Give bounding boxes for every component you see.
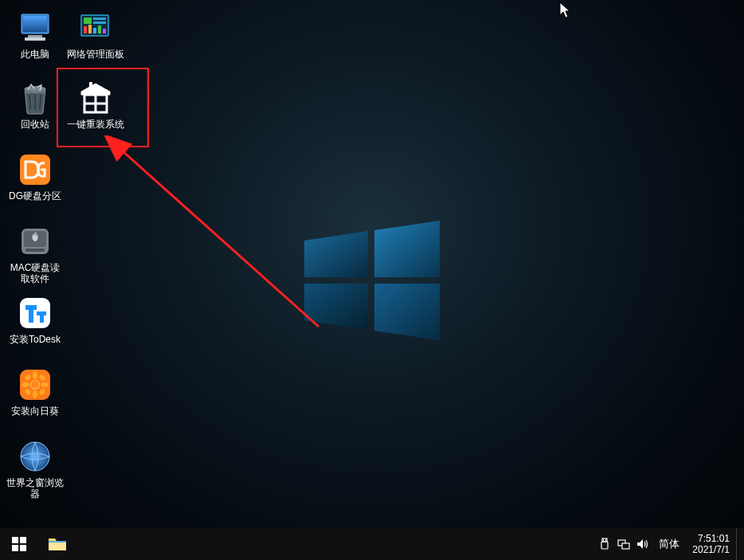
tray-clock[interactable]: 7:51:01 2021/7/1 bbox=[686, 528, 736, 560]
svg-point-34 bbox=[31, 381, 39, 389]
desktop-icon-install-sunflower[interactable]: 安装向日葵 bbox=[5, 365, 65, 418]
svg-rect-4 bbox=[25, 37, 45, 41]
mac-disk-icon bbox=[17, 223, 53, 260]
tray-volume-icon[interactable] bbox=[633, 528, 652, 560]
svg-rect-8 bbox=[93, 22, 106, 24]
svg-rect-12 bbox=[98, 25, 101, 33]
desktop-icon-dg-partition[interactable]: DG硬盘分区 bbox=[5, 150, 65, 203]
desktop-icon-label: 网络管理面板 bbox=[67, 49, 124, 60]
desktop-icon-label: 此电脑 bbox=[21, 49, 49, 60]
show-desktop-button[interactable] bbox=[736, 528, 741, 560]
svg-point-28 bbox=[22, 382, 29, 387]
desktop-icon-world-window-browser[interactable]: 世界之窗浏览器 bbox=[5, 437, 65, 501]
file-explorer-icon bbox=[48, 536, 67, 552]
desktop-icon-this-pc[interactable]: 此电脑 bbox=[5, 8, 65, 61]
sunflower-icon bbox=[17, 366, 53, 403]
svg-rect-47 bbox=[601, 542, 608, 549]
clock-time: 7:51:01 bbox=[692, 533, 730, 544]
desktop-icon-label: 安装向日葵 bbox=[11, 405, 59, 417]
clock-date: 2021/7/1 bbox=[692, 544, 730, 555]
svg-rect-45 bbox=[603, 539, 604, 541]
taskbar: 简体 7:51:01 2021/7/1 bbox=[0, 528, 744, 560]
svg-rect-22 bbox=[25, 249, 45, 252]
svg-rect-7 bbox=[93, 18, 106, 20]
taskbar-left bbox=[0, 528, 76, 560]
reinstall-system-icon bbox=[77, 80, 114, 116]
tray-network-icon[interactable] bbox=[614, 528, 633, 560]
svg-rect-11 bbox=[93, 28, 96, 33]
svg-rect-41 bbox=[12, 545, 18, 551]
svg-rect-10 bbox=[88, 25, 92, 33]
network-panel-icon bbox=[77, 10, 114, 46]
svg-point-27 bbox=[33, 390, 37, 398]
taskbar-file-explorer[interactable] bbox=[38, 528, 76, 560]
svg-rect-49 bbox=[622, 543, 629, 549]
desktop-icon-mac-disk-reader[interactable]: MAC硬盘读取软件 bbox=[5, 221, 65, 286]
ime-label-text: 简体 bbox=[659, 537, 679, 551]
desktop-icon-label: MAC硬盘读取软件 bbox=[6, 262, 64, 284]
svg-rect-9 bbox=[84, 26, 87, 33]
svg-rect-46 bbox=[605, 539, 606, 541]
desktop-icon-label: 回收站 bbox=[21, 119, 49, 130]
taskbar-right: 简体 7:51:01 2021/7/1 bbox=[595, 528, 744, 560]
svg-point-26 bbox=[33, 371, 37, 379]
svg-point-29 bbox=[41, 382, 49, 387]
svg-rect-13 bbox=[103, 29, 106, 33]
svg-rect-39 bbox=[12, 537, 18, 543]
this-pc-icon bbox=[17, 10, 53, 46]
desktop-icon-network-panel[interactable]: 网络管理面板 bbox=[65, 8, 126, 61]
desktop-icon-label: 一键重装系统 bbox=[67, 119, 124, 130]
desktop-icon-one-click-reinstall[interactable]: 一键重装系统 bbox=[65, 78, 126, 131]
desktop-icon-install-todesk[interactable]: 安装ToDesk bbox=[5, 293, 65, 347]
start-button[interactable] bbox=[0, 528, 38, 560]
desktop-icon-label: 安装ToDesk bbox=[10, 334, 61, 345]
desktop-icon-label: DG硬盘分区 bbox=[9, 190, 61, 202]
svg-rect-43 bbox=[49, 541, 66, 542]
svg-rect-40 bbox=[20, 537, 26, 543]
dg-partition-icon bbox=[17, 151, 53, 188]
tray-ime-indicator[interactable]: 简体 bbox=[652, 528, 686, 560]
desktop-icon-label: 世界之窗浏览器 bbox=[6, 477, 64, 499]
svg-rect-3 bbox=[28, 35, 42, 37]
wallpaper-windows-logo bbox=[300, 209, 444, 352]
svg-rect-6 bbox=[84, 18, 92, 24]
tray-usb-icon[interactable] bbox=[595, 528, 614, 560]
desktop-icon-recycle-bin[interactable]: 回收站 bbox=[5, 78, 65, 131]
svg-rect-2 bbox=[23, 16, 47, 32]
svg-rect-42 bbox=[20, 545, 26, 551]
svg-point-14 bbox=[25, 86, 45, 91]
world-window-icon bbox=[17, 438, 53, 475]
todesk-icon bbox=[17, 295, 53, 331]
recycle-bin-icon bbox=[17, 80, 53, 116]
windows-start-icon bbox=[12, 537, 26, 551]
